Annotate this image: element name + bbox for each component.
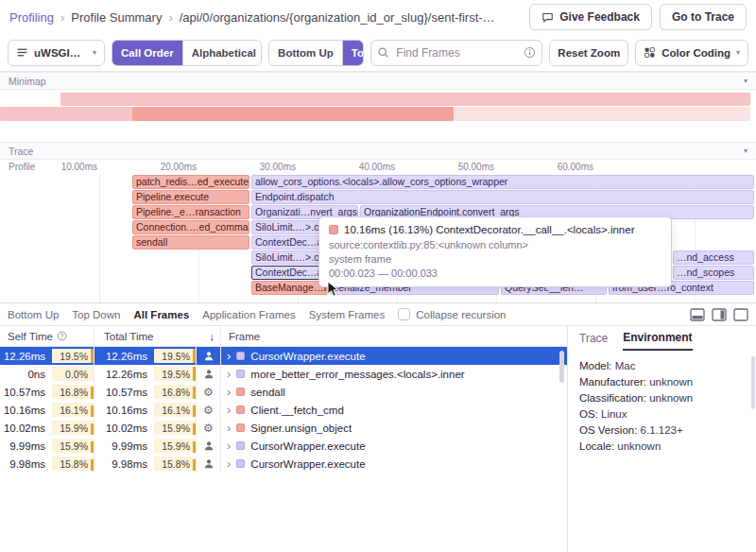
view-option-top-down[interactable]: Top Down	[342, 41, 364, 65]
trace-header[interactable]: Trace ▾	[0, 142, 756, 160]
frames-table: Self Time Total Time ↓ Frame 12.26ms19.5…	[0, 326, 567, 552]
flamegraph[interactable]: patch_redis…ed_executeallow_cors_options…	[0, 175, 756, 302]
self-time-value: 0ns	[0, 365, 51, 383]
detail-field: Model: Mac	[579, 358, 745, 374]
dock-bottom-icon[interactable]	[690, 308, 705, 321]
tab-all-frames[interactable]: All Frames	[133, 309, 189, 320]
mouse-cursor	[327, 281, 340, 298]
minimap-canvas[interactable]	[0, 90, 756, 142]
go-to-trace-label: Go to Trace	[672, 10, 734, 24]
detail-field: Locale: unknown	[579, 439, 745, 455]
self-time-value: 12.26ms	[0, 347, 51, 365]
dock-right-icon[interactable]	[712, 308, 727, 321]
maximize-icon[interactable]	[733, 308, 748, 321]
frame-color-swatch	[329, 225, 338, 234]
find-frames-input[interactable]	[370, 40, 542, 66]
expand-chevron-icon[interactable]: ›	[227, 421, 231, 435]
flamegraph-frame[interactable]: ContextDec…als>.i	[251, 266, 326, 280]
table-row[interactable]: 9.98ms15.8%9.98ms15.8%›CursorWrapper.exe…	[0, 455, 567, 473]
total-pct-value: 19.5%	[153, 347, 197, 365]
expand-chevron-icon[interactable]: ›	[227, 385, 231, 399]
table-row[interactable]: 10.16ms16.1%10.16ms16.1%⚙›Client.__fetch…	[0, 401, 567, 419]
detail-field: OS Version: 6.1.123+	[579, 423, 745, 439]
table-row[interactable]: 10.57ms16.8%10.57ms16.8%⚙›sendall	[0, 383, 567, 401]
total-pct-value: 16.8%	[153, 383, 197, 401]
frame-color-square	[236, 370, 245, 378]
table-row[interactable]: 10.02ms15.9%10.02ms15.9%⚙›Signer.unsign_…	[0, 419, 567, 437]
reset-zoom-button[interactable]: Reset Zoom	[549, 40, 628, 66]
chevron-down-icon[interactable]: ▾	[744, 78, 747, 85]
self-time-value: 10.02ms	[0, 419, 51, 437]
time-axis: Profile 10.00ms20.00ms30.00ms40.00ms50.0…	[0, 160, 756, 175]
flamegraph-frame[interactable]: allow_cors_options.<locals>.allow_cors_o…	[251, 175, 754, 189]
person-icon	[197, 365, 221, 383]
flamegraph-frame[interactable]: patch_redis…ed_execute	[132, 175, 249, 189]
self-pct-value: 15.8%	[51, 455, 94, 473]
sort-desc-icon[interactable]: ↓	[210, 331, 215, 342]
view-option-bottom-up[interactable]: Bottom Up	[269, 41, 342, 65]
flamegraph-frame[interactable]: sendall	[132, 235, 249, 250]
expand-chevron-icon[interactable]: ›	[227, 439, 231, 453]
breadcrumb-separator: ›	[168, 10, 172, 25]
flamegraph-frame[interactable]: Pipeline.execute	[132, 190, 249, 204]
expand-chevron-icon[interactable]: ›	[227, 457, 231, 471]
details-tab-environment[interactable]: Environment	[623, 331, 692, 351]
frame-cell: ›more_better_error_messages.<locals>.inn…	[221, 365, 567, 383]
flamegraph-frame[interactable]: SiloLimit.…>.over	[251, 220, 326, 234]
flamegraph-frame[interactable]: BaseManage…from_cache	[251, 281, 328, 295]
expand-chevron-icon[interactable]: ›	[227, 403, 231, 417]
table-row[interactable]: 9.99ms15.9%9.99ms15.9%›CursorWrapper.exe…	[0, 437, 567, 455]
collapse-recursion-toggle[interactable]: Collapse recursion	[398, 308, 506, 320]
tab-system-frames[interactable]: System Frames	[309, 309, 386, 320]
info-icon[interactable]	[524, 46, 536, 59]
tab-application-frames[interactable]: Application Frames	[202, 309, 295, 320]
breadcrumb-bar: Profiling › Profile Summary › /api/0/org…	[0, 0, 756, 34]
table-scrollbar[interactable]	[559, 351, 564, 383]
expand-chevron-icon[interactable]: ›	[227, 367, 231, 381]
flamegraph-frame[interactable]: Pipeline._e…ransaction	[132, 205, 249, 219]
self-time-label: Self Time	[8, 331, 53, 342]
details-scrollbar[interactable]	[751, 356, 755, 409]
flamegraph-frame[interactable]: SiloLimit.…>.over	[251, 250, 326, 265]
checkbox-icon[interactable]	[398, 308, 410, 320]
breadcrumb-profiling[interactable]: Profiling	[9, 10, 54, 25]
details-tab-trace[interactable]: Trace	[579, 331, 608, 351]
table-row[interactable]: 12.26ms19.5%12.26ms19.5%›CursorWrapper.e…	[0, 347, 567, 365]
thread-selector[interactable]: uWSGIWor… ▾	[8, 40, 105, 66]
color-swatch-icon	[644, 46, 656, 59]
breadcrumb-profile-summary[interactable]: Profile Summary	[71, 10, 162, 25]
thread-selector-label: uWSGIWor…	[34, 47, 87, 59]
frame-header[interactable]: Frame	[221, 331, 567, 342]
total-time-value: 9.98ms	[94, 455, 153, 473]
flamegraph-frame[interactable]: …nd_scopes	[673, 266, 754, 280]
table-row[interactable]: 0ns0.0%12.26ms19.5%›more_better_error_me…	[0, 365, 567, 383]
flamegraph-frame[interactable]: …nd_access	[673, 250, 754, 265]
total-time-header[interactable]: Total Time ↓	[94, 326, 221, 346]
tab-top-down[interactable]: Top Down	[72, 309, 120, 320]
total-pct-value: 15.8%	[153, 455, 197, 473]
go-to-trace-button[interactable]: Go to Trace	[660, 4, 747, 30]
breadcrumb-endpoint: /api/0/organizations/{organization_id_or…	[180, 10, 495, 25]
give-feedback-button[interactable]: Give Feedback	[529, 4, 652, 30]
self-time-value: 10.16ms	[0, 401, 51, 419]
total-time-value: 12.26ms	[94, 365, 153, 383]
flamegraph-frame[interactable]: Connection.…ed_command	[132, 220, 249, 234]
self-time-header[interactable]: Self Time	[0, 326, 94, 346]
total-time-label: Total Time	[104, 331, 153, 342]
chevron-down-icon: ▾	[93, 49, 96, 57]
details-tabs: TraceEnvironment	[568, 326, 756, 351]
flamegraph-frame[interactable]: Endpoint.dispatch	[251, 190, 754, 204]
tooltip-time-range: 00:00.023 — 00:00.033	[329, 267, 662, 279]
axis-tick: 20.00ms	[142, 162, 197, 172]
trace-label: Trace	[9, 146, 33, 157]
color-coding-button[interactable]: Color Coding ▾	[635, 40, 748, 66]
flamegraph-frame[interactable]: ContextDec…als>.i	[251, 235, 326, 250]
profile-label: Profile	[9, 162, 35, 172]
sorting-option-call-order[interactable]: Call Order	[112, 41, 182, 65]
tab-bottom-up[interactable]: Bottom Up	[8, 309, 59, 320]
chevron-down-icon[interactable]: ▾	[744, 147, 747, 155]
minimap-header[interactable]: Minimap ▾	[0, 72, 756, 90]
sorting-option-alphabetical[interactable]: Alphabetical	[182, 41, 262, 65]
frames-content: Self Time Total Time ↓ Frame 12.26ms19.5…	[0, 326, 756, 552]
expand-chevron-icon[interactable]: ›	[227, 349, 231, 363]
